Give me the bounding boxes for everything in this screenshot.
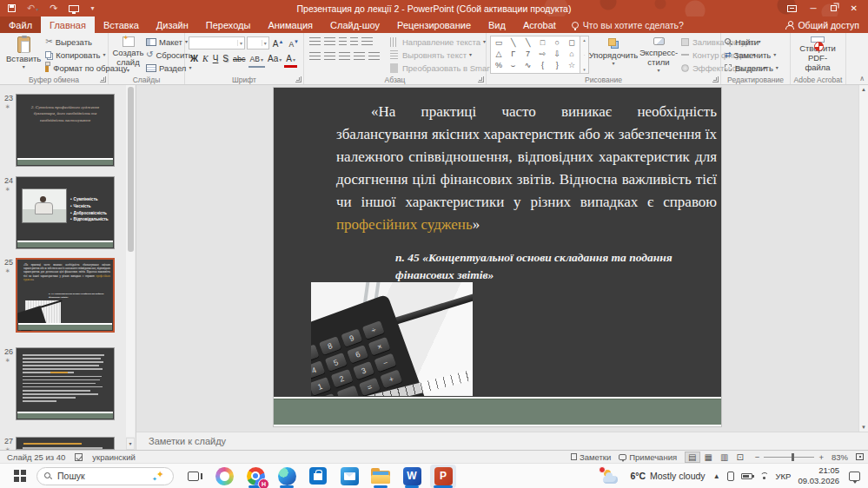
slide-photo-calculator[interactable]: 789÷456×123−0.=+: [311, 282, 473, 396]
font-size-combobox[interactable]: ▾: [247, 36, 269, 49]
device-icon[interactable]: [727, 472, 734, 481]
comments-toggle-button[interactable]: Примечания: [619, 452, 677, 462]
weather-widget[interactable]: [601, 469, 622, 484]
thumbnail-slide-25-selected[interactable]: 25 ∗ «На практиці часто виникає необхідн…: [16, 258, 115, 333]
tab-animations[interactable]: Анимация: [259, 16, 321, 33]
task-view-button[interactable]: [188, 472, 199, 481]
language-indicator[interactable]: украинский: [92, 452, 136, 462]
thumbnail-slide-24[interactable]: 24 ∗ •Сумлінність•Чесність•Добросовісніс…: [16, 176, 115, 249]
reading-view-button[interactable]: ▥: [717, 452, 732, 463]
character-spacing-button[interactable]: АВ▾: [248, 53, 265, 68]
tab-review[interactable]: Рецензирование: [388, 16, 480, 33]
slide-citation[interactable]: п. 45 «Концептуальної основи складання т…: [395, 249, 719, 285]
tab-file[interactable]: Файл: [0, 16, 41, 33]
numbering-icon[interactable]: [324, 37, 335, 47]
shrink-font-button[interactable]: А▼: [287, 36, 301, 50]
dialog-launcher-icon[interactable]: [478, 76, 484, 82]
notification-center-icon[interactable]: [849, 472, 860, 481]
taskbar-app-explorer[interactable]: [368, 465, 394, 488]
scrollbar-down-arrow[interactable]: ▾: [126, 438, 135, 450]
underline-button[interactable]: Ч: [211, 53, 221, 65]
wifi-icon[interactable]: [759, 472, 769, 480]
undo-icon[interactable]: ↶▾: [27, 3, 38, 13]
clock[interactable]: 21:05 09.03.2026: [798, 465, 839, 486]
tab-acrobat[interactable]: Acrobat: [514, 16, 565, 33]
taskbar-app-chrome[interactable]: H: [242, 465, 268, 488]
align-right-icon[interactable]: [339, 52, 350, 62]
slide-sorter-view-button[interactable]: ▦: [701, 452, 716, 463]
decrease-indent-icon[interactable]: [339, 37, 347, 47]
taskbar-app-copilot[interactable]: [211, 465, 237, 488]
keyboard-language[interactable]: УКР: [776, 472, 792, 481]
taskbar-app-outlook[interactable]: [336, 465, 362, 488]
slide-body-text[interactable]: «На практиці часто виникає необхідність …: [336, 101, 717, 236]
taskbar-app-edge[interactable]: [274, 465, 300, 488]
tray-expand-icon[interactable]: ▲: [713, 472, 720, 480]
tab-home[interactable]: Главная: [41, 16, 95, 33]
fit-slide-icon[interactable]: [856, 453, 864, 460]
share-button[interactable]: Общий доступ: [785, 16, 859, 33]
grow-font-button[interactable]: А▲: [271, 36, 286, 50]
thumbnail-slide-23[interactable]: 23 ∗ 2. Сутність професійного судження б…: [16, 94, 115, 167]
slideshow-view-button[interactable]: ⊡: [732, 452, 746, 463]
new-slide-button[interactable]: Создать слайд ▾: [112, 36, 144, 74]
create-pdf-button[interactable]: СтворитиPDF-файла: [794, 36, 841, 74]
strikethrough-button[interactable]: abc: [231, 53, 248, 65]
font-name-combobox[interactable]: ▾: [189, 36, 245, 49]
bullets-icon[interactable]: [309, 37, 321, 47]
dialog-launcher-icon[interactable]: [295, 76, 301, 82]
slide-canvas[interactable]: «На практиці часто виникає необхідність …: [274, 88, 721, 426]
shapes-gallery[interactable]: ▭╲╲□○◻△Г7⇨⇩⌂%⌣∿{}☆: [490, 36, 580, 74]
start-slideshow-icon[interactable]: [69, 5, 79, 12]
find-button[interactable]: Найти: [725, 36, 779, 48]
close-button[interactable]: ✕: [851, 3, 858, 13]
customize-qat-icon[interactable]: ▾: [90, 4, 94, 12]
select-button[interactable]: Выделить▾: [725, 62, 779, 74]
font-color-button[interactable]: А▾: [284, 54, 297, 68]
tab-design[interactable]: Дизайн: [148, 16, 197, 33]
thumbnail-slide-27[interactable]: 27 ∗: [16, 437, 115, 450]
shapes-gallery-scrollbar[interactable]: ▴·▾: [580, 36, 589, 74]
taskbar-app-store[interactable]: [305, 465, 331, 488]
save-icon[interactable]: [8, 4, 16, 12]
thumbnail-slide-26[interactable]: 26 ∗: [16, 347, 115, 420]
ribbon-display-options-icon[interactable]: [787, 5, 797, 12]
zoom-slider[interactable]: [764, 457, 814, 458]
tab-insert[interactable]: Вставка: [95, 16, 148, 33]
notes-pane[interactable]: Заметки к слайду: [136, 432, 868, 450]
quick-styles-button[interactable]: Экспресс-стили ▾: [638, 36, 679, 74]
redo-icon[interactable]: ↷: [50, 3, 57, 13]
editor-scrollbar[interactable]: ▲▼: [858, 85, 868, 432]
notes-toggle-button[interactable]: Заметки: [571, 452, 611, 462]
taskbar-app-powerpoint[interactable]: [430, 465, 456, 488]
spellcheck-icon[interactable]: [75, 453, 83, 461]
scrollbar-thumb[interactable]: [128, 87, 134, 252]
text-shadow-button[interactable]: S: [221, 53, 230, 65]
tab-slideshow[interactable]: Слайд-шоу: [321, 16, 388, 33]
tab-transitions[interactable]: Переходы: [197, 16, 260, 33]
increase-indent-icon[interactable]: [350, 37, 358, 47]
weather-text[interactable]: 6°C Mostly cloudy: [630, 471, 705, 481]
paste-button[interactable]: Вставить ▾: [3, 36, 43, 74]
restore-button[interactable]: [831, 5, 837, 11]
line-spacing-icon[interactable]: [361, 37, 373, 47]
align-center-icon[interactable]: [324, 52, 335, 62]
zoom-level[interactable]: 83%: [832, 452, 848, 462]
zoom-out-button[interactable]: −: [755, 452, 760, 462]
taskbar-search[interactable]: Пошук ✦✦: [36, 467, 174, 485]
replace-button[interactable]: ⇄Заменить▾: [725, 49, 779, 61]
justify-icon[interactable]: [354, 52, 365, 62]
zoom-in-button[interactable]: +: [818, 452, 824, 462]
bold-button[interactable]: Ж: [189, 53, 200, 65]
minimize-button[interactable]: ─: [811, 3, 817, 13]
dialog-launcher-icon[interactable]: [100, 76, 106, 82]
align-left-icon[interactable]: [309, 52, 321, 62]
battery-icon[interactable]: [741, 473, 752, 479]
taskbar-app-word[interactable]: [399, 465, 425, 488]
tab-view[interactable]: Вид: [480, 16, 514, 33]
tell-me-box[interactable]: Что вы хотите сделать?: [572, 16, 684, 33]
thumbnail-scrollbar[interactable]: [126, 85, 135, 437]
dialog-launcher-icon[interactable]: [712, 76, 719, 82]
zoom-slider-thumb[interactable]: [792, 453, 794, 461]
columns-icon[interactable]: [368, 52, 380, 62]
